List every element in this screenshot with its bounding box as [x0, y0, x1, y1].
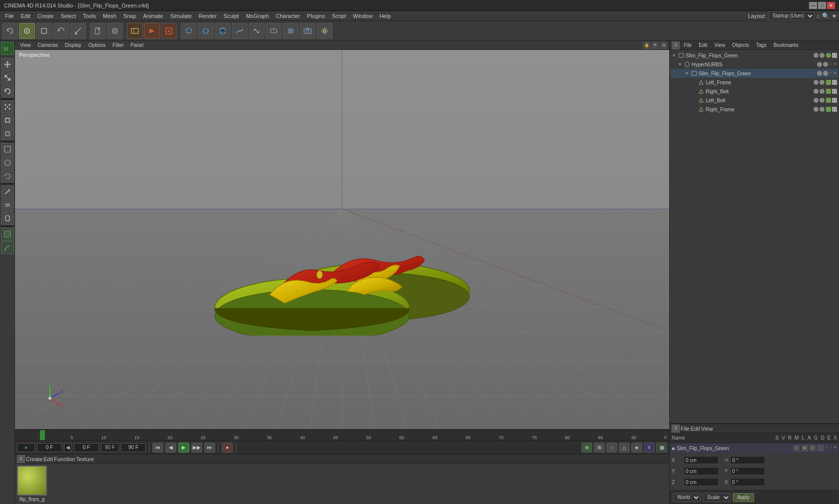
lt-edges[interactable] — [1, 114, 14, 127]
tree-dot-h1[interactable] — [817, 62, 822, 67]
motion-path-button[interactable]: ◈ — [631, 443, 642, 453]
lt-texture-paint[interactable] — [1, 241, 14, 254]
play-button[interactable]: ▶ — [178, 443, 189, 453]
tree-dot-lb1[interactable] — [814, 98, 819, 103]
tree-dot-f2[interactable] — [823, 71, 828, 76]
vm-display[interactable]: Display — [62, 42, 84, 48]
search-icon[interactable]: 🔍 — [822, 12, 830, 19]
keyframe-circle-button[interactable]: ○ — [606, 443, 617, 453]
close-button[interactable]: ✕ — [827, 2, 835, 9]
primitive-cube-button[interactable] — [181, 23, 197, 39]
new-button[interactable] — [90, 23, 106, 39]
am-input-p[interactable] — [730, 467, 765, 475]
menu-plugins[interactable]: Plugins — [304, 12, 328, 20]
scale-button[interactable] — [70, 23, 86, 39]
menu-animate[interactable]: Animate — [140, 12, 166, 20]
lt-select-circle[interactable] — [1, 156, 14, 169]
mat-create[interactable]: Create — [26, 456, 42, 462]
lt-poly[interactable] — [1, 127, 14, 140]
next-frame-button[interactable]: ▶▶ — [191, 443, 202, 453]
prev-frame-button[interactable]: ◀ — [165, 443, 176, 453]
tree-color-lf[interactable] — [826, 80, 831, 85]
lt-move[interactable] — [1, 58, 14, 71]
sphere-button[interactable] — [198, 23, 214, 39]
tree-check-f[interactable]: ✓ — [829, 71, 833, 76]
layout-select[interactable]: Startup (User) — [768, 11, 815, 20]
lt-knife[interactable] — [1, 185, 14, 198]
am-icon-1[interactable]: ⊡ — [794, 445, 800, 451]
tree-dot-1[interactable] — [814, 53, 819, 58]
am-arrow-up[interactable]: ↑ — [826, 445, 828, 451]
end-frame-input[interactable] — [121, 443, 146, 452]
lt-bridge[interactable] — [1, 199, 14, 212]
maximize-button[interactable]: □ — [818, 2, 826, 9]
tree-dot-f1[interactable] — [817, 71, 822, 76]
tree-dot-rf1[interactable] — [814, 107, 819, 112]
home-icon[interactable]: ⌂ — [817, 12, 820, 19]
tree-item-ffg[interactable]: ▼ Slim_Flip_Flops_Green ✓ ✕ — [671, 69, 838, 78]
tree-dot-rf2[interactable] — [820, 107, 825, 112]
menu-sculpt[interactable]: Sculpt — [221, 12, 242, 20]
om-edit[interactable]: Edit — [696, 42, 710, 48]
tree-dot-rb1[interactable] — [814, 89, 819, 94]
tree-item-right-belt[interactable]: ▶ Right_Belt — [671, 87, 838, 96]
am-edit[interactable]: Edit — [691, 426, 700, 432]
menu-tools[interactable]: Tools — [80, 12, 99, 20]
tree-x-h[interactable]: ✕ — [834, 62, 837, 67]
menu-mograph[interactable]: MoGraph — [243, 12, 272, 20]
camera-button[interactable] — [300, 23, 316, 39]
am-input-y-pos[interactable] — [684, 467, 719, 475]
am-arrow-dn[interactable]: ↓ — [830, 445, 832, 451]
undo-button[interactable] — [2, 23, 18, 39]
tree-item-left-frame[interactable]: ▶ Left_Frame — [671, 78, 838, 87]
record-button[interactable]: ● — [222, 443, 233, 453]
playback-settings-button[interactable]: △ — [619, 443, 630, 453]
go-last-button[interactable]: ⏭ — [204, 443, 215, 453]
viewport-3d[interactable]: Perspective — [15, 50, 669, 429]
object-tool-button[interactable] — [36, 23, 52, 39]
vm-cameras[interactable]: Cameras — [35, 42, 61, 48]
menu-simulate[interactable]: Simulate — [167, 12, 195, 20]
menu-render[interactable]: Render — [196, 12, 220, 20]
mat-texture[interactable]: Texture — [76, 456, 94, 462]
tree-check-h[interactable]: ✓ — [829, 62, 833, 67]
maxon-logo[interactable]: M — [1, 42, 14, 55]
mat-edit[interactable]: Edit — [43, 456, 53, 462]
deformer-button[interactable] — [266, 23, 282, 39]
render-button[interactable] — [144, 23, 160, 39]
om-bookmarks[interactable]: Bookmarks — [771, 42, 802, 48]
vm-icon-layout[interactable]: ⊞ — [660, 42, 667, 49]
tree-dot-lf1[interactable] — [814, 80, 819, 85]
menu-file[interactable]: File — [2, 12, 17, 20]
menu-mesh[interactable]: Mesh — [100, 12, 119, 20]
tree-item-left-belt[interactable]: ▶ Left_Belt — [671, 96, 838, 105]
tree-dot-2[interactable] — [820, 53, 825, 58]
star-icon[interactable]: ★ — [832, 12, 837, 19]
move-tool-button[interactable] — [19, 23, 35, 39]
vm-icon-lock[interactable]: 🔒 — [643, 42, 650, 49]
frame-value-input[interactable] — [74, 443, 99, 452]
auto-keyframe-button[interactable]: ⊕ — [581, 443, 592, 453]
om-objects[interactable]: Objects — [729, 42, 752, 48]
material-item[interactable]: flip_flops_g — [17, 466, 47, 502]
lt-lasso[interactable] — [1, 170, 14, 183]
am-input-b[interactable] — [730, 478, 765, 486]
minimize-button[interactable]: — — [809, 2, 817, 9]
menu-window[interactable]: Window — [350, 12, 376, 20]
lt-select-rect[interactable] — [1, 143, 14, 156]
nurbs-button[interactable] — [249, 23, 265, 39]
am-icon-3[interactable]: ⊟ — [810, 445, 816, 451]
tree-dot-h2[interactable] — [823, 62, 828, 67]
render-view-button[interactable] — [127, 23, 143, 39]
menu-create[interactable]: Create — [34, 12, 57, 20]
vm-options[interactable]: Options — [85, 42, 108, 48]
tree-x-f[interactable]: ✕ — [834, 71, 837, 76]
scale-mode-select[interactable]: Scale — [703, 493, 731, 502]
light-button[interactable] — [317, 23, 333, 39]
timeline-button[interactable]: ≡ — [644, 443, 655, 453]
spline-button[interactable] — [232, 23, 248, 39]
timeline-marker-start[interactable] — [40, 430, 45, 440]
render-settings-button[interactable] — [161, 23, 177, 39]
grid-button[interactable] — [283, 23, 299, 39]
go-first-button[interactable]: ⏮ — [152, 443, 163, 453]
